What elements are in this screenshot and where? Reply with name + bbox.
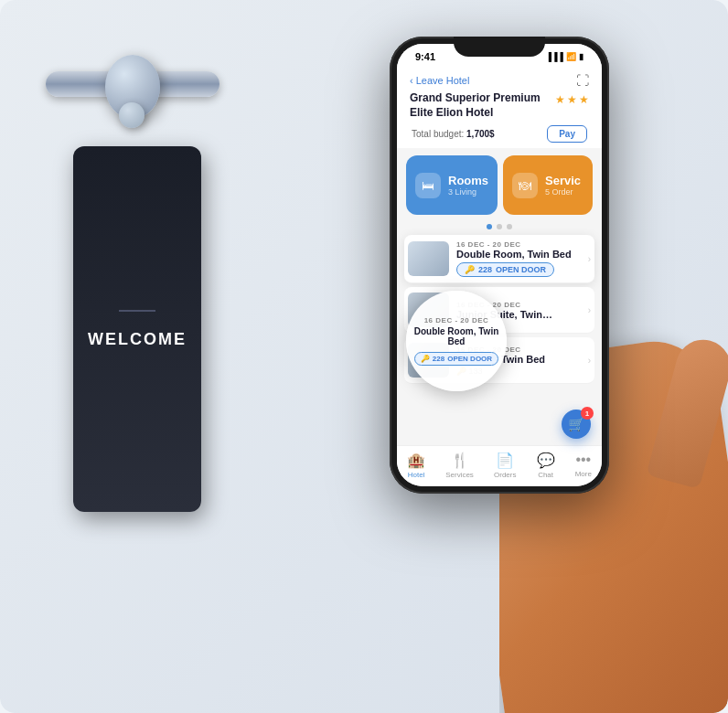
door-card-welcome-text: WELCOME [88, 330, 187, 349]
budget-row: Total budget: 1,700$ Pay [410, 125, 589, 143]
hotel-nav-icon: 🏨 [407, 452, 425, 469]
star-1: ★ [555, 93, 565, 106]
rooms-card-icon: 🛏 [415, 173, 441, 198]
phone-frame: 9:41 ▐▐▐ 📶 ▮ ‹ Leave Hotel ⛶ [390, 37, 609, 494]
chevron-left-icon: ‹ [410, 75, 413, 86]
nav-more[interactable]: ••• More [575, 452, 592, 479]
rooms-card-info: Rooms 3 Living [448, 174, 488, 197]
services-nav-label: Services [445, 471, 474, 479]
nav-services[interactable]: 🍴 Services [445, 452, 474, 479]
services-card[interactable]: 🍽 Servic 5 Order [503, 155, 593, 215]
chevron-right-icon-1: › [588, 254, 591, 264]
phone-notch [454, 37, 545, 57]
star-2: ★ [567, 93, 577, 106]
door-card: WELCOME [73, 146, 201, 512]
magnify-date: 16 DEC - 20 DEC [410, 316, 503, 325]
door-knob-small [119, 102, 145, 128]
hotel-name: Grand Superior Premium Elite Elion Hotel [410, 91, 555, 120]
budget-amount: 1,700$ [466, 129, 495, 139]
magnify-key-icon: 🔑 [421, 355, 430, 363]
open-door-button-1[interactable]: 🔑 228 OPEN DOOR [456, 262, 554, 277]
orders-nav-icon: 📄 [496, 452, 514, 469]
battery-icon: ▮ [579, 52, 583, 61]
rooms-card-label: Rooms [448, 174, 488, 187]
cart-badge: 1 [581, 407, 594, 420]
door-hanger: WELCOME [55, 55, 219, 530]
chevron-right-icon-2: › [588, 305, 591, 315]
chat-nav-icon: 💬 [537, 452, 555, 469]
phone-wrapper: 9:41 ▐▐▐ 📶 ▮ ‹ Leave Hotel ⛶ [344, 37, 655, 658]
nav-chat[interactable]: 💬 Chat [537, 452, 555, 479]
chat-nav-label: Chat [538, 471, 553, 479]
services-nav-icon: 🍴 [451, 452, 469, 469]
magnify-circle: 16 DEC - 20 DEC Double Room, Twin Bed 🔑 … [406, 291, 507, 391]
chevron-right-icon-3: › [588, 356, 591, 366]
hotel-nav-label: Hotel [408, 471, 425, 479]
back-label: Leave Hotel [416, 75, 470, 86]
pay-button[interactable]: Pay [547, 125, 587, 143]
more-nav-icon: ••• [575, 452, 591, 468]
room-item-1[interactable]: 16 DEC - 20 DEC Double Room, Twin Bed 🔑 … [404, 235, 594, 283]
bottom-nav: 🏨 Hotel 🍴 Services 📄 Orders 💬 Chat [397, 445, 602, 486]
room-name-1: Double Room, Twin Bed [456, 249, 581, 260]
magnify-content: 16 DEC - 20 DEC Double Room, Twin Bed 🔑 … [406, 313, 507, 369]
app-nav: ‹ Leave Hotel ⛶ [410, 73, 589, 88]
key-icon: 🔑 [465, 265, 475, 274]
app-header: ‹ Leave Hotel ⛶ Grand Superior Premium E… [397, 66, 602, 148]
phone-screen: 9:41 ▐▐▐ 📶 ▮ ‹ Leave Hotel ⛶ [397, 44, 602, 486]
nav-hotel[interactable]: 🏨 Hotel [407, 452, 425, 479]
magnify-room-name: Double Room, Twin Bed [410, 326, 503, 346]
services-card-sub: 5 Order [545, 187, 581, 197]
magnify-open-label: OPEN DOOR [447, 355, 492, 363]
back-button[interactable]: ‹ Leave Hotel [410, 75, 469, 86]
orders-nav-label: Orders [494, 471, 516, 479]
scene: WELCOME 9:41 ▐▐▐ 📶 ▮ [0, 0, 728, 713]
more-nav-label: More [575, 470, 592, 478]
star-3: ★ [579, 93, 589, 106]
wifi-icon: 📶 [566, 52, 576, 61]
status-icons: ▐▐▐ 📶 ▮ [546, 52, 583, 61]
carousel-dots [397, 222, 602, 235]
cart-button[interactable]: 🛒 1 [562, 410, 591, 439]
nav-orders[interactable]: 📄 Orders [494, 452, 516, 479]
dot-3 [507, 224, 512, 229]
signal-icon: ▐▐▐ [546, 52, 563, 61]
hotel-stars: ★ ★ ★ [555, 93, 589, 106]
cards-row: 🛏 Rooms 3 Living 🍽 Servic 5 Order [397, 148, 602, 222]
status-time: 9:41 [415, 51, 435, 62]
room-info-1: 16 DEC - 20 DEC Double Room, Twin Bed 🔑 … [456, 240, 581, 277]
open-door-label-1: OPEN DOOR [496, 265, 546, 274]
services-card-label: Servic [545, 174, 581, 187]
budget-label: Total budget: 1,700$ [412, 129, 495, 139]
dot-2 [497, 224, 502, 229]
dot-1 [487, 224, 492, 229]
expand-icon[interactable]: ⛶ [576, 73, 589, 88]
room-date-1: 16 DEC - 20 DEC [456, 240, 581, 249]
room-number-1: 228 [478, 265, 492, 274]
magnify-open-door-btn[interactable]: 🔑 228 OPEN DOOR [414, 352, 498, 366]
door-card-divider [119, 310, 155, 312]
magnify-room-number: 228 [433, 355, 444, 363]
services-card-icon: 🍽 [512, 173, 538, 198]
services-card-info: Servic 5 Order [545, 174, 581, 197]
room-thumb-1 [408, 241, 449, 276]
rooms-card-sub: 3 Living [448, 187, 488, 197]
rooms-card[interactable]: 🛏 Rooms 3 Living [406, 155, 498, 215]
